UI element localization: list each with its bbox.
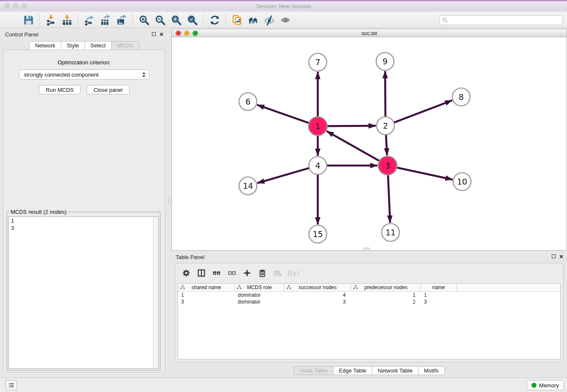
- close-panel-icon[interactable]: ×: [160, 32, 163, 36]
- search-icon: [442, 17, 448, 23]
- tab-node-table[interactable]: Node Table: [294, 366, 333, 375]
- vertical-splitter-handle[interactable]: [168, 198, 172, 204]
- horizontal-splitter-handle[interactable]: [363, 248, 370, 251]
- control-panel-title: Control Panel: [5, 31, 39, 38]
- hide-selected-button[interactable]: [261, 13, 277, 27]
- memory-button[interactable]: Memory: [527, 380, 564, 390]
- node-label-3: 3: [385, 161, 390, 170]
- network-canvas[interactable]: 7968124314101511: [172, 37, 567, 250]
- delete-column-button[interactable]: [256, 268, 268, 279]
- network-window-titlebar: × – + scc.txt: [172, 29, 567, 37]
- tab-motifs[interactable]: Motifs: [418, 366, 445, 375]
- tab-edge-table[interactable]: Edge Table: [333, 366, 372, 375]
- task-history-button[interactable]: [6, 380, 17, 390]
- control-panel: Control Panel × NetworkStyleSelectMCDS O…: [1, 30, 167, 373]
- zoom-fit-button[interactable]: [168, 13, 184, 27]
- export-table-icon: [100, 14, 111, 26]
- column-header-successor-nodes[interactable]: successor nodes: [284, 284, 351, 291]
- edge-3-11[interactable]: [388, 175, 390, 223]
- node-label-1: 1: [315, 121, 320, 131]
- window-title: Session: New Session: [0, 3, 567, 9]
- optimization-criterion-label: Optimization criterion:: [3, 59, 165, 66]
- column-visibility-button[interactable]: [195, 268, 207, 279]
- zoom-fit-icon: [171, 14, 182, 26]
- node-table-container: f(x) shared nameMCDS rolesuccessor nodes…: [175, 263, 564, 362]
- select-all-button[interactable]: [211, 268, 222, 279]
- table-panel-tabs: Node TableEdge TableNetwork TableMotifs: [171, 366, 567, 375]
- float-panel-icon[interactable]: [552, 254, 556, 258]
- open-session-button[interactable]: [4, 13, 20, 27]
- first-neighbors-button[interactable]: [245, 13, 261, 27]
- column-header-predecessor-nodes[interactable]: predecessor nodes: [351, 284, 421, 291]
- node-label-7: 7: [315, 58, 320, 67]
- edge-1-6[interactable]: [257, 105, 309, 123]
- export-image-icon: [116, 14, 127, 26]
- import-table-button[interactable]: [59, 13, 75, 27]
- clone-network-icon: [231, 14, 243, 26]
- table-row[interactable]: 3dominator323: [178, 298, 560, 305]
- gear-icon: [182, 268, 191, 278]
- float-panel-icon[interactable]: [152, 32, 156, 36]
- criterion-dropdown-value: strongly connected component: [24, 72, 142, 78]
- tab-network[interactable]: Network: [29, 41, 61, 50]
- column-type-icon: [286, 285, 291, 291]
- table-panel-title: Table Panel: [176, 254, 204, 260]
- zoom-in-button[interactable]: [136, 13, 152, 27]
- column-header-label: shared name: [191, 284, 221, 290]
- table-cell: 1: [178, 292, 235, 298]
- deselect-all-button[interactable]: [226, 268, 237, 279]
- edge-1-2[interactable]: [327, 126, 376, 126]
- tab-style[interactable]: Style: [61, 41, 85, 50]
- export-network-button[interactable]: [81, 13, 97, 27]
- plus-icon: [242, 268, 252, 278]
- column-type-icon: [237, 285, 242, 291]
- memory-status-dot: [531, 383, 537, 388]
- table-cell: 3: [178, 299, 235, 305]
- trash-icon: [258, 268, 267, 278]
- network-window-title: scc.txt: [172, 30, 567, 36]
- criterion-dropdown[interactable]: strongly connected component: [19, 69, 149, 80]
- network-view-window: × – + scc.txt 7968124314101511: [171, 29, 567, 251]
- tab-select[interactable]: Select: [85, 41, 111, 50]
- tab-mcds[interactable]: MCDS: [111, 41, 139, 50]
- search-input[interactable]: [449, 16, 560, 25]
- node-table: shared nameMCDS rolesuccessor nodesprede…: [178, 283, 561, 359]
- table-cell: 3: [421, 299, 457, 305]
- run-mcds-button[interactable]: Run MCDS: [39, 85, 80, 94]
- close-panel-icon[interactable]: ×: [559, 254, 563, 259]
- table-row[interactable]: 1dominator411: [178, 292, 560, 298]
- table-settings-button[interactable]: [180, 268, 192, 279]
- show-all-button[interactable]: [277, 13, 293, 27]
- zoom-in-icon: [138, 14, 150, 26]
- zoom-selected-button[interactable]: [184, 13, 200, 27]
- edge-3-10[interactable]: [397, 168, 453, 180]
- edge-3-1[interactable]: [327, 131, 380, 161]
- column-header-name[interactable]: name: [421, 284, 457, 291]
- memory-label: Memory: [539, 382, 559, 389]
- node-label-2: 2: [383, 121, 388, 130]
- zoom-selected-icon: [187, 14, 198, 26]
- zoom-out-button[interactable]: [152, 13, 168, 27]
- edge-2-8[interactable]: [394, 100, 452, 122]
- column-header-shared-name[interactable]: shared name: [178, 284, 235, 291]
- import-network-button[interactable]: [43, 13, 59, 27]
- list-icon: [8, 382, 15, 389]
- save-session-button[interactable]: [20, 13, 36, 27]
- column-header-mcds-role[interactable]: MCDS role: [235, 284, 284, 291]
- clone-network-button[interactable]: [229, 13, 245, 27]
- add-column-button[interactable]: [241, 268, 253, 279]
- table-header-row: shared nameMCDS rolesuccessor nodesprede…: [178, 284, 560, 292]
- export-network-icon: [84, 14, 95, 26]
- column-header-label: successor nodes: [298, 284, 336, 290]
- edge-4-14[interactable]: [257, 168, 309, 183]
- edge-2-3[interactable]: [386, 135, 387, 155]
- export-table-button[interactable]: [97, 13, 113, 27]
- tab-network-table[interactable]: Network Table: [372, 366, 418, 375]
- result-scrollbar[interactable]: [153, 217, 158, 368]
- refresh-button[interactable]: [206, 13, 223, 27]
- close-panel-button[interactable]: Close panel: [87, 85, 129, 94]
- export-image-button[interactable]: [113, 13, 129, 27]
- column-header-label: MCDS role: [247, 284, 272, 290]
- node-label-4: 4: [315, 161, 320, 170]
- edge-2-9[interactable]: [385, 71, 385, 117]
